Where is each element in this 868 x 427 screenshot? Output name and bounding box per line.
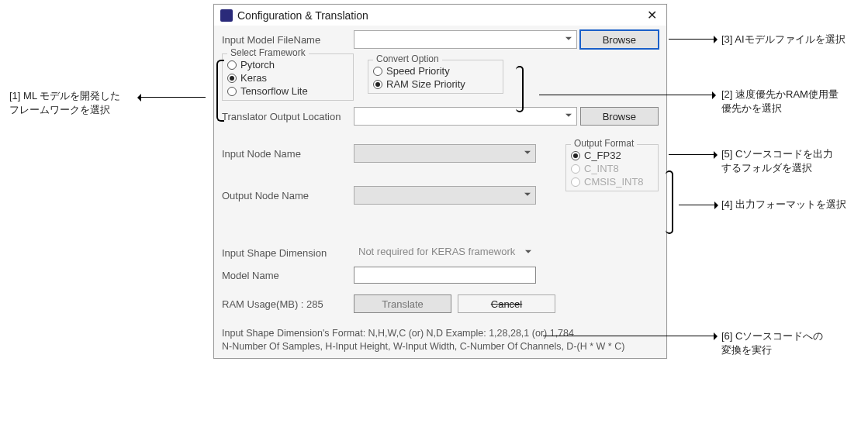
annotation-4: [4] 出力フォーマットを選択: [721, 198, 846, 212]
row-actions: RAM Usage(MB) : 285 Translate Cancel: [222, 294, 659, 313]
radio-keras[interactable]: Keras: [227, 72, 348, 84]
arrow-3: [669, 39, 715, 40]
translate-button[interactable]: Translate: [354, 294, 451, 313]
input-shape-placeholder: Not required for KERAS framework: [354, 243, 536, 260]
radio-c-fp32[interactable]: C_FP32: [571, 150, 653, 161]
arrow-5: [669, 154, 715, 155]
radio-c-int8: C_INT8: [571, 163, 653, 174]
group-output-format-title: Output Format: [571, 138, 637, 149]
row-translator-output: Translator Output Location Browse: [222, 107, 659, 126]
row-input-model: Input Model FileName Browse: [222, 30, 659, 49]
browse-output-button[interactable]: Browse: [580, 107, 659, 126]
browse-input-button[interactable]: Browse: [580, 30, 659, 49]
radio-speed-priority[interactable]: Speed Priority: [373, 65, 498, 77]
annotation-5: [5] Cソースコードを出力 するフォルダを選択: [721, 147, 833, 174]
cancel-button[interactable]: Cancel: [458, 294, 555, 313]
bracket-1: [216, 60, 224, 122]
app-icon: [220, 9, 233, 22]
footer-line2: N-Number Of Samples, H-Input Height, W-I…: [222, 340, 659, 353]
label-ram-usage: RAM Usage(MB) : 285: [222, 298, 354, 310]
window-title: Configuration & Translation: [237, 9, 644, 22]
input-node-combo[interactable]: [354, 144, 536, 163]
config-translation-dialog: Configuration & Translation ✕ Input Mode…: [213, 4, 667, 359]
row-model-name: Model Name: [222, 267, 659, 284]
group-convert: Convert Option Speed Priority RAM Size P…: [368, 60, 503, 94]
label-input-shape: Input Shape Dimension: [222, 247, 354, 259]
group-output-format: Output Format C_FP32 C_INT8 CMSIS_INT8: [565, 144, 659, 191]
radio-tflite[interactable]: Tensorflow Lite: [227, 85, 348, 97]
output-section: Output Format C_FP32 C_INT8 CMSIS_INT8 I…: [222, 144, 659, 237]
label-output-node: Output Node Name: [222, 190, 354, 201]
annotation-3: [3] AIモデルファイルを選択: [721, 33, 846, 46]
label-model-name: Model Name: [222, 270, 354, 281]
label-translator-output: Translator Output Location: [222, 111, 354, 122]
titlebar: Configuration & Translation ✕: [214, 5, 666, 26]
annotation-2: [2] 速度優先かRAM使用量 優先かを選択: [721, 88, 839, 115]
arrow-6: [543, 336, 715, 336]
annotation-6: [6] Cソースコードへの 変換を実行: [721, 329, 823, 356]
output-node-combo[interactable]: [354, 186, 536, 205]
label-input-model: Input Model FileName: [222, 34, 354, 46]
group-framework-title: Select Framework: [227, 47, 309, 58]
radio-cmsis-int8: CMSIS_INT8: [571, 176, 653, 188]
arrow-1: [140, 97, 206, 98]
bracket-4: [666, 170, 673, 234]
dialog-content: Input Model FileName Browse Select Frame…: [214, 26, 666, 358]
top-groups: Select Framework Pytorch Keras Tensorflo…: [222, 53, 659, 101]
close-icon[interactable]: ✕: [644, 8, 660, 22]
radio-pytorch[interactable]: Pytorch: [227, 59, 348, 71]
group-framework: Select Framework Pytorch Keras Tensorflo…: [222, 53, 354, 101]
input-model-combo[interactable]: [354, 30, 577, 49]
row-input-shape: Input Shape Dimension Not required for K…: [222, 243, 659, 262]
arrow-4: [679, 205, 716, 205]
bracket-2: [516, 66, 524, 112]
arrow-2: [539, 95, 714, 95]
annotation-1: [1] ML モデルを開発した フレームワークを選択: [9, 89, 120, 116]
translator-output-combo[interactable]: [354, 107, 577, 126]
label-input-node: Input Node Name: [222, 148, 354, 160]
radio-ram-priority[interactable]: RAM Size Priority: [373, 78, 498, 90]
group-convert-title: Convert Option: [373, 53, 442, 64]
footer-line1: Input Shape Dimension's Format: N,H,W,C …: [222, 327, 659, 340]
input-shape-field: Not required for KERAS framework: [354, 243, 536, 262]
model-name-input[interactable]: [354, 267, 536, 284]
